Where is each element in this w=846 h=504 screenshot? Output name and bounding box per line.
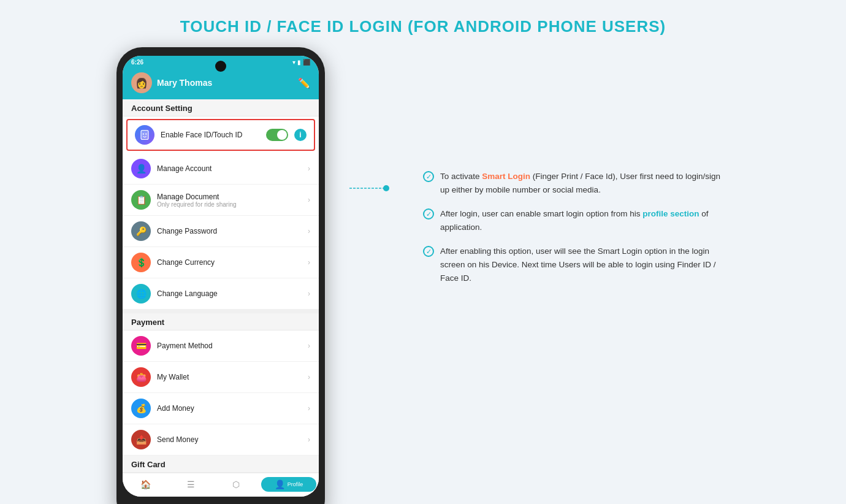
info-item-3: ✓ After enabling this option, user will … (423, 245, 730, 284)
menu-icon: ☰ (187, 479, 195, 489)
add-money-icon: 💰 (131, 399, 151, 418)
change-password-icon: 🔑 (131, 221, 151, 241)
header-user: 👩 Mary Thomas (131, 72, 212, 93)
info-icon[interactable]: i (294, 129, 307, 141)
status-time: 6:26 (131, 59, 143, 66)
chevron-right-icon: › (308, 289, 310, 298)
nav-wallet[interactable]: ⬡ (213, 477, 259, 492)
nav-profile-label: Profile (288, 481, 303, 487)
phone-device: 6:26 ▾ ▮ ⬛ 👩 Mary Thomas ✏️ Account Sett… (116, 47, 325, 504)
face-id-icon (135, 125, 154, 145)
manage-document-icon: 📋 (131, 190, 151, 210)
home-button[interactable]: ● (219, 502, 224, 504)
info-item-1: ✓ To activate Smart Login (Finger Print … (423, 170, 730, 196)
bottom-nav: 🏠 ☰ ⬡ 👤 Profile (123, 473, 319, 497)
phone-screen: 6:26 ▾ ▮ ⬛ 👩 Mary Thomas ✏️ Account Sett… (123, 56, 319, 497)
toggle-face-id[interactable] (266, 129, 288, 141)
change-currency-label: Change Currency (157, 258, 302, 267)
my-wallet-label: My Wallet (157, 373, 302, 381)
check-icon-2: ✓ (423, 208, 434, 220)
menu-item-change-currency[interactable]: 💲 Change Currency › (123, 247, 319, 278)
chevron-right-icon: › (308, 435, 310, 444)
my-wallet-icon: 👛 (131, 367, 151, 387)
user-name: Mary Thomas (157, 78, 212, 88)
svg-rect-0 (141, 131, 148, 140)
nav-menu[interactable]: ☰ (168, 477, 213, 492)
status-icons: ▾ ▮ ⬛ (292, 59, 310, 66)
chevron-right-icon: › (308, 404, 310, 413)
phone-wrapper: 6:26 ▾ ▮ ⬛ 👩 Mary Thomas ✏️ Account Sett… (116, 47, 325, 504)
avatar: 👩 (131, 72, 152, 93)
svg-point-2 (145, 133, 147, 134)
face-id-row[interactable]: Enable Face ID/Touch ID i (126, 119, 315, 151)
info-item-2: ✓ After login, user can enable smart log… (423, 207, 730, 234)
send-money-label: Send Money (157, 435, 302, 444)
payment-method-icon: 💳 (131, 336, 151, 356)
chevron-right-icon: › (308, 196, 310, 204)
nav-home[interactable]: 🏠 (123, 477, 168, 492)
menu-item-change-language[interactable]: 🌐 Change Language › (123, 278, 319, 310)
nav-profile[interactable]: 👤 Profile (261, 477, 316, 492)
payment-menu-list: 💳 Payment Method › 👛 My Wallet › (123, 330, 319, 456)
menu-item-manage-document[interactable]: 📋 Manage Document Only required for ride… (123, 185, 319, 216)
manage-account-label: Manage Account (157, 164, 302, 173)
send-money-icon: 📤 (131, 430, 151, 449)
chevron-right-icon: › (308, 373, 310, 381)
menu-item-change-password[interactable]: 🔑 Change Password › (123, 216, 319, 247)
account-menu-list: 👤 Manage Account › 📋 Manage Document Onl… (123, 153, 319, 310)
app-header: 👩 Mary Thomas ✏️ (123, 67, 319, 99)
connector-line (349, 182, 398, 194)
menu-item-payment-method[interactable]: 💳 Payment Method › (123, 330, 319, 362)
face-id-label: Enable Face ID/Touch ID (161, 131, 260, 139)
payment-section-label: Payment (123, 310, 319, 330)
info-text-1: To activate Smart Login (Finger Print / … (440, 170, 730, 196)
main-layout: 6:26 ▾ ▮ ⬛ 👩 Mary Thomas ✏️ Account Sett… (0, 47, 846, 504)
manage-account-icon: 👤 (131, 159, 151, 178)
check-icon-3: ✓ (423, 246, 434, 257)
svg-point-1 (143, 133, 144, 134)
svg-point-4 (383, 185, 389, 191)
change-currency-icon: 💲 (131, 253, 151, 272)
change-language-icon: 🌐 (131, 284, 151, 304)
chevron-right-icon: › (308, 258, 310, 267)
manage-document-label: Manage Document (157, 193, 302, 201)
change-password-label: Change Password (157, 227, 302, 235)
chevron-right-icon: › (308, 227, 310, 235)
recents-button[interactable]: ■ (284, 502, 289, 504)
add-money-label: Add Money (157, 404, 302, 413)
menu-item-send-money[interactable]: 📤 Send Money › (123, 424, 319, 456)
page-title: TOUCH ID / FACE ID LOGIN (FOR ANDROID PH… (180, 17, 666, 36)
chevron-right-icon: › (308, 342, 310, 350)
back-button[interactable]: ◁ (153, 502, 159, 504)
gift-section-label: Gift Card (123, 456, 319, 473)
chevron-right-icon: › (308, 164, 310, 173)
menu-item-manage-account[interactable]: 👤 Manage Account › (123, 153, 319, 185)
payment-method-label: Payment Method (157, 342, 302, 350)
change-language-label: Change Language (157, 289, 302, 298)
menu-item-add-money[interactable]: 💰 Add Money › (123, 393, 319, 424)
home-icon: 🏠 (140, 479, 151, 489)
phone-home-bar: ◁ ● ■ (123, 497, 319, 504)
account-section-label: Account Setting (123, 99, 319, 116)
info-panel: ✓ To activate Smart Login (Finger Print … (423, 47, 730, 296)
phone-notch (215, 61, 226, 72)
info-text-2: After login, user can enable smart login… (440, 207, 730, 234)
wallet-nav-icon: ⬡ (232, 479, 240, 489)
check-icon-1: ✓ (423, 171, 434, 182)
profile-nav-icon: 👤 (275, 479, 285, 489)
manage-document-sublabel: Only required for ride sharing (157, 201, 302, 208)
menu-item-my-wallet[interactable]: 👛 My Wallet › (123, 362, 319, 393)
arrow-connector (349, 182, 398, 194)
edit-icon[interactable]: ✏️ (298, 77, 310, 89)
info-text-3: After enabling this option, user will se… (440, 245, 730, 284)
